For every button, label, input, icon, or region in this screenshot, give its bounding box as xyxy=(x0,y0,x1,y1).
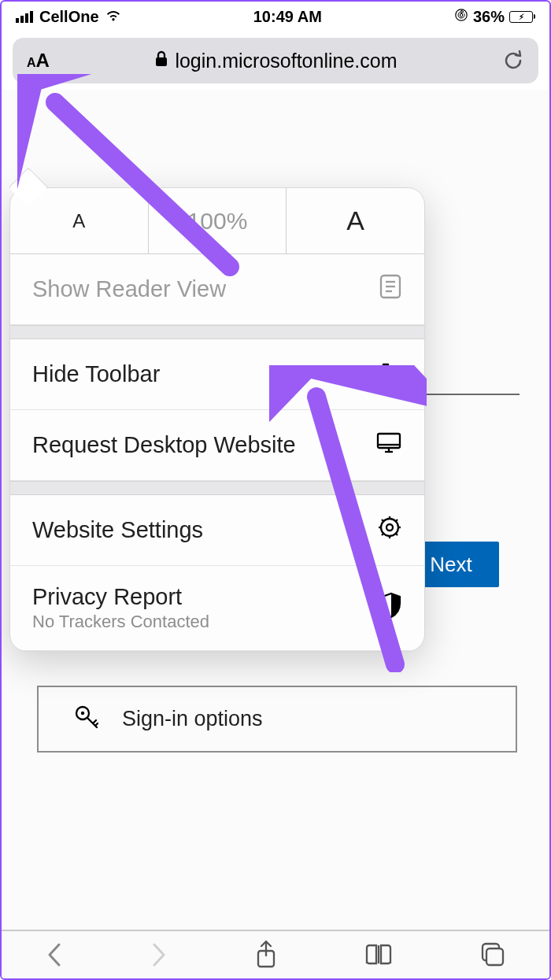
share-button[interactable] xyxy=(254,940,278,970)
hide-toolbar-label: Hide Toolbar xyxy=(32,361,379,387)
desktop-icon xyxy=(375,431,402,460)
battery-icon: ⚡︎ xyxy=(509,11,535,23)
url-bar[interactable]: AA login.microsoftonline.com xyxy=(13,38,538,83)
reader-icon xyxy=(379,273,402,305)
page-content: Next Sign-in options Terms of use Privac… xyxy=(2,90,549,944)
hide-toolbar-row[interactable]: Hide Toolbar xyxy=(10,339,424,410)
carrier-label: CellOne xyxy=(39,8,99,26)
zoom-level[interactable]: 100% xyxy=(149,188,287,253)
key-icon xyxy=(73,702,102,736)
request-desktop-label: Request Desktop Website xyxy=(32,432,375,458)
gear-icon xyxy=(377,515,402,545)
reload-button[interactable] xyxy=(502,49,524,72)
bookmarks-button[interactable] xyxy=(364,943,394,967)
text-size-button[interactable]: AA xyxy=(27,50,50,72)
zoom-in[interactable]: A xyxy=(287,188,424,253)
aa-popup: A 100% A Show Reader View Hide Toolbar R… xyxy=(9,187,425,652)
signin-options-button[interactable]: Sign-in options xyxy=(37,686,517,753)
website-settings-row[interactable]: Website Settings xyxy=(10,495,424,566)
forward-button xyxy=(150,941,168,968)
reader-view-row: Show Reader View xyxy=(10,254,424,325)
rotation-lock-icon xyxy=(454,8,468,26)
website-settings-label: Website Settings xyxy=(32,517,377,543)
svg-point-4 xyxy=(81,712,84,715)
svg-rect-1 xyxy=(460,13,462,17)
lock-icon xyxy=(154,50,168,72)
svg-rect-2 xyxy=(156,57,167,66)
svg-point-14 xyxy=(386,524,393,531)
cell-signal-icon xyxy=(16,11,33,23)
privacy-report-sub: No Trackers Contacted xyxy=(32,612,380,632)
request-desktop-row[interactable]: Request Desktop Website xyxy=(10,410,424,481)
bottom-toolbar xyxy=(2,930,549,978)
privacy-report-row[interactable]: Privacy Report No Trackers Contacted xyxy=(10,566,424,651)
back-button[interactable] xyxy=(45,941,64,968)
status-bar: CellOne 10:49 AM 36% ⚡︎ xyxy=(2,2,549,31)
signin-options-label: Sign-in options xyxy=(122,707,263,731)
url-domain: login.microsoftonline.com xyxy=(175,50,397,72)
shield-icon xyxy=(380,592,402,624)
svg-rect-9 xyxy=(378,434,400,448)
clock: 10:49 AM xyxy=(121,8,454,26)
expand-icon xyxy=(379,360,402,389)
wifi-icon xyxy=(105,8,121,26)
privacy-report-label: Privacy Report xyxy=(32,584,182,609)
battery-pct: 36% xyxy=(473,8,505,26)
svg-rect-25 xyxy=(486,949,503,965)
reader-view-label: Show Reader View xyxy=(32,276,379,302)
tabs-button[interactable] xyxy=(479,941,506,968)
